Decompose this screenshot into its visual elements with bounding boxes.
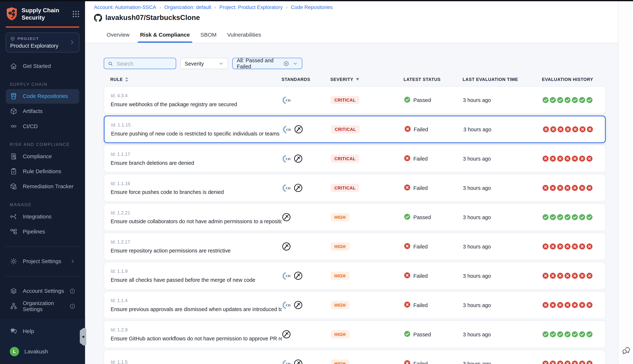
failed-x-icon[interactable] (542, 302, 549, 308)
clear-filter-icon[interactable] (283, 60, 289, 66)
passed-check-icon[interactable] (404, 213, 411, 220)
failed-x-icon[interactable] (542, 272, 549, 279)
failed-x-icon[interactable] (579, 243, 586, 250)
cis-standard-icon[interactable]: CIS (282, 272, 290, 280)
passed-check-icon[interactable] (586, 331, 593, 338)
failed-x-icon[interactable] (579, 272, 586, 279)
sidebar-item-integrations[interactable]: Integrations (6, 209, 79, 224)
failed-x-icon[interactable] (579, 302, 586, 308)
tab-vulnerabilities[interactable]: Vulnerabilities (226, 32, 262, 43)
failed-x-icon[interactable] (550, 272, 556, 279)
info-icon[interactable] (70, 288, 75, 294)
owasp-standard-icon[interactable] (282, 330, 291, 339)
owasp-standard-icon[interactable] (282, 242, 291, 251)
passed-check-icon[interactable] (564, 331, 571, 338)
failed-x-icon[interactable] (572, 302, 578, 308)
passed-check-icon[interactable] (550, 97, 556, 104)
passed-check-icon[interactable] (404, 330, 411, 337)
sidebar-item-artifacts[interactable]: Artifacts (6, 104, 79, 119)
sidebar-item-compliance[interactable]: Compliance (6, 149, 79, 164)
failed-x-icon[interactable] (586, 302, 593, 308)
failed-x-icon[interactable] (572, 272, 578, 279)
failed-x-icon[interactable] (572, 243, 578, 250)
failed-x-icon[interactable] (564, 360, 571, 364)
failed-x-icon[interactable] (543, 126, 549, 133)
breadcrumb-account[interactable]: Account: Automation-SSCA (94, 4, 156, 10)
passed-check-icon[interactable] (586, 97, 593, 104)
table-row[interactable]: Id: 1.2.21 Ensure outside collaborators … (104, 204, 606, 231)
cis-standard-icon[interactable]: CIS (282, 301, 290, 310)
sidebar-item-code-repositories[interactable]: Code Repositories (6, 89, 79, 104)
table-row[interactable]: Id: 1.1.4 Ensure previous approvals are … (104, 291, 606, 319)
breadcrumb-code-repositories[interactable]: Code Repositories (291, 4, 332, 10)
table-row[interactable]: Id: 1.1.9 Ensure all checks have passed … (104, 262, 606, 290)
cis-standard-icon[interactable]: CIS (282, 359, 290, 364)
failed-x-icon[interactable] (572, 155, 578, 162)
failed-x-icon[interactable] (579, 184, 586, 191)
failed-x-icon[interactable] (564, 155, 571, 162)
passed-check-icon[interactable] (572, 97, 578, 104)
failed-x-icon[interactable] (404, 155, 411, 161)
passed-check-icon[interactable] (564, 214, 571, 220)
passed-check-icon[interactable] (557, 331, 564, 338)
table-row[interactable]: Id: 1.1.17 Ensure branch deletions are d… (104, 145, 606, 172)
failed-x-icon[interactable] (404, 184, 411, 190)
failed-x-icon[interactable] (550, 155, 556, 162)
failed-x-icon[interactable] (404, 126, 411, 132)
failed-x-icon[interactable] (550, 360, 556, 364)
passed-check-icon[interactable] (404, 96, 411, 103)
failed-x-icon[interactable] (557, 155, 564, 162)
passed-check-icon[interactable] (557, 214, 564, 220)
failed-x-icon[interactable] (586, 243, 593, 250)
failed-x-icon[interactable] (564, 243, 571, 250)
passed-check-icon[interactable] (542, 97, 549, 104)
feedback-chat-icon[interactable] (621, 345, 631, 355)
failed-x-icon[interactable] (586, 155, 593, 162)
failed-x-icon[interactable] (550, 302, 556, 308)
failed-x-icon[interactable] (564, 302, 571, 308)
failed-x-icon[interactable] (550, 243, 556, 250)
apps-grid-icon[interactable] (72, 10, 79, 18)
failed-x-icon[interactable] (586, 272, 593, 279)
cis-standard-icon[interactable]: CIS (282, 154, 290, 163)
owasp-standard-icon[interactable] (294, 271, 303, 280)
breadcrumb-organization[interactable]: Organization: default (164, 4, 211, 10)
failed-x-icon[interactable] (550, 126, 556, 133)
passed-check-icon[interactable] (542, 214, 549, 220)
passed-check-icon[interactable] (586, 214, 593, 220)
info-icon[interactable] (70, 303, 75, 309)
tab-sbom[interactable]: SBOM (200, 32, 218, 43)
cis-standard-icon[interactable]: CIS (282, 184, 290, 192)
failed-x-icon[interactable] (404, 301, 411, 308)
table-row[interactable]: Id: 1.2.9 Ensure GitHub action workflows… (104, 320, 606, 348)
failed-x-icon[interactable] (404, 272, 411, 278)
failed-x-icon[interactable] (404, 242, 411, 249)
failed-x-icon[interactable] (564, 272, 571, 279)
failed-x-icon[interactable] (404, 360, 411, 364)
failed-x-icon[interactable] (557, 272, 564, 279)
failed-x-icon[interactable] (542, 243, 549, 250)
passed-check-icon[interactable] (542, 331, 549, 338)
project-selector[interactable]: PROJECT Product Exploratory (6, 32, 79, 52)
search-input[interactable] (116, 60, 172, 67)
owasp-standard-icon[interactable] (282, 213, 291, 222)
passed-check-icon[interactable] (579, 214, 586, 220)
failed-x-icon[interactable] (587, 126, 593, 133)
owasp-standard-icon[interactable] (294, 184, 303, 192)
passed-check-icon[interactable] (550, 214, 556, 220)
tab-overview[interactable]: Overview (106, 32, 130, 43)
table-row[interactable]: Id: 1.1.16 Ensure force pushes code to b… (104, 174, 606, 202)
sidebar-item-rule-definitions[interactable]: Rule Definitions (6, 164, 79, 179)
failed-x-icon[interactable] (572, 360, 578, 364)
sidebar-item-project-settings[interactable]: Project Settings (6, 254, 79, 269)
owasp-standard-icon[interactable] (294, 125, 303, 134)
failed-x-icon[interactable] (572, 126, 578, 133)
user-menu[interactable]: L Lavakush (6, 344, 79, 359)
failed-x-icon[interactable] (564, 184, 571, 191)
sidebar-item-organization-settings[interactable]: Organization Settings (6, 299, 79, 314)
sidebar-item-help[interactable]: ? Help (6, 324, 79, 338)
failed-x-icon[interactable] (586, 360, 593, 364)
passed-check-icon[interactable] (579, 97, 586, 104)
passed-check-icon[interactable] (572, 331, 578, 338)
sidebar-item-remediation-tracker[interactable]: Remediation Tracker (6, 179, 79, 194)
